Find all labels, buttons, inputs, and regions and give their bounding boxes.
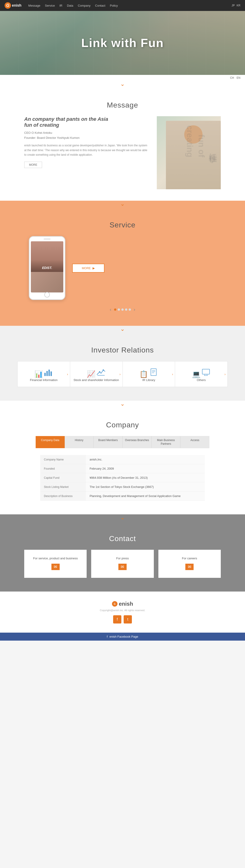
contact-business-label: For service, product and business: [28, 557, 83, 560]
navigation: G enish Message Service IR Data Company …: [0, 0, 245, 11]
carousel-dot-1[interactable]: [114, 308, 116, 311]
carousel-prev[interactable]: ‹: [110, 307, 111, 312]
nav-service[interactable]: Service: [45, 4, 55, 7]
message-text-block: An company that pants on the Asia fun of…: [24, 116, 150, 189]
carousel-next[interactable]: ›: [134, 307, 135, 312]
message-read-more[interactable]: MORE: [24, 162, 42, 168]
facebook-button[interactable]: f: [113, 615, 121, 623]
footer-copyright: Copyright@anish.inc. All rights reserved…: [5, 609, 240, 612]
facebook-page-bar[interactable]: f enish Facebook Page: [0, 632, 245, 641]
tab-overseas-branches[interactable]: Overseas Branches: [123, 436, 152, 448]
lang-jp[interactable]: JP: [232, 4, 235, 7]
ir-card-financial[interactable]: Financial Information ›: [17, 361, 70, 387]
ir-card-others-label: Others: [178, 378, 225, 382]
contact-business-email-icon: [51, 564, 60, 570]
capital-label: Capital Fund: [40, 473, 86, 483]
contact-card-business[interactable]: For service, product and business: [24, 550, 87, 578]
bars-icon: [34, 373, 53, 377]
message-body: enish launched its business as a social …: [24, 143, 150, 157]
table-row: Company Name anish,Inc.: [40, 455, 205, 464]
ir-card-library[interactable]: IR Library ›: [123, 361, 175, 387]
logo[interactable]: G enish: [5, 2, 22, 9]
company-tabs: Company Data History Board Members Overs…: [36, 436, 209, 448]
ir-section: ⌄ Investor Relations Financial Informati…: [0, 326, 245, 401]
contact-cards: For service, product and business For pr…: [20, 550, 225, 578]
tab-company-data[interactable]: Company Data: [36, 436, 65, 448]
company-info-table: Company Name anish,Inc. Founded February…: [40, 455, 205, 501]
nav-company[interactable]: Company: [78, 4, 90, 7]
svg-rect-0: [44, 373, 46, 376]
twitter-button[interactable]: t: [124, 615, 132, 623]
hero-banner: Link with Fun: [0, 11, 245, 75]
ir-card-others-arrow: ›: [224, 372, 225, 376]
table-row: Founded February 24, 2009: [40, 464, 205, 473]
service-title: Service: [0, 209, 245, 236]
tab-board-members[interactable]: Board Members: [93, 436, 123, 448]
contact-section: ⌄ Contact For service, product and busin…: [0, 514, 245, 592]
nav-ir[interactable]: IR: [59, 4, 62, 7]
service-section: ⌄ Service EDIST. MORE ▶ ‹: [0, 201, 245, 326]
tab-history[interactable]: History: [65, 436, 94, 448]
message-chevron: ⌄: [0, 81, 245, 87]
message-content: An company that pants on the Asia fun of…: [20, 116, 225, 189]
nav-lang: JP KR: [232, 4, 240, 7]
ir-card-others[interactable]: Others ›: [175, 361, 228, 387]
message-section: ⌄ Message An company that pants on the A…: [0, 81, 245, 201]
contact-press-label: For press: [95, 557, 150, 560]
ir-card-stock[interactable]: Stock and shareholder Information ›: [70, 361, 123, 387]
carousel-dot-4[interactable]: [125, 308, 127, 311]
svg-rect-1: [46, 371, 48, 376]
nav-policy[interactable]: Policy: [110, 4, 118, 7]
svg-rect-7: [151, 369, 156, 376]
contact-careers-email-icon: [185, 564, 194, 570]
tab-main-business-partners[interactable]: Main Business Partners: [152, 436, 181, 448]
ir-card-stock-label: Stock and shareholder Information: [73, 378, 120, 382]
company-chevron: ⌄: [0, 401, 245, 407]
ir-title: Investor Relations: [0, 335, 245, 361]
ir-card-library-arrow: ›: [172, 372, 173, 376]
contact-card-careers[interactable]: For careers: [158, 550, 221, 578]
company-name-value: anish,Inc.: [86, 455, 205, 464]
service-info: MORE ▶: [72, 264, 216, 273]
company-name-label: Company Name: [40, 455, 86, 464]
nav-contact[interactable]: Contact: [95, 4, 105, 7]
carousel-dot-3[interactable]: [121, 308, 124, 311]
contact-title: Contact: [0, 523, 245, 550]
contact-chevron: ⌄: [0, 514, 245, 521]
footer: G enish Copyright@anish.inc. All rights …: [0, 592, 245, 632]
contact-press-email-icon: [118, 564, 127, 570]
footer-logo-icon: G: [112, 601, 117, 607]
phone-home-button: [44, 292, 50, 298]
chart-icon: [87, 373, 105, 377]
nav-links: Message Service IR Data Company Contact …: [28, 4, 232, 7]
contact-card-press[interactable]: For press: [91, 550, 154, 578]
svg-rect-2: [49, 370, 50, 376]
carousel-dot-2[interactable]: [118, 308, 120, 311]
lang-sub-bar: CH EN: [0, 75, 245, 81]
lang-kr[interactable]: KR: [237, 4, 240, 7]
svg-rect-3: [51, 371, 52, 376]
table-row: Capital Fund ¥864.938 Million (As of Dec…: [40, 473, 205, 483]
ir-card-library-label: IR Library: [125, 378, 173, 382]
footer-social: f t: [5, 615, 240, 623]
message-title: Message: [0, 90, 245, 116]
ir-card-financial-label: Financial Information: [20, 378, 67, 382]
lang-ch[interactable]: CH: [230, 76, 234, 80]
svg-rect-4: [98, 375, 105, 376]
company-title: Company: [0, 409, 245, 436]
listing-label: Stock Listing Market: [40, 483, 86, 492]
ir-cards: Financial Information › Stock and shareh…: [13, 361, 232, 387]
service-more-button[interactable]: MORE ▶: [72, 264, 104, 273]
ir-card-stock-arrow: ›: [119, 372, 121, 376]
service-chevron: ⌄: [0, 201, 245, 207]
nav-data[interactable]: Data: [67, 4, 73, 7]
ir-chevron: ⌄: [0, 326, 245, 332]
svg-point-5: [99, 371, 100, 373]
table-row: Stock Listing Market The 1st Section of …: [40, 483, 205, 492]
carousel-navigation: ‹ ›: [0, 307, 245, 312]
contact-careers-label: For careers: [162, 557, 217, 560]
carousel-dot-5[interactable]: [129, 308, 131, 311]
nav-message[interactable]: Message: [28, 4, 40, 7]
tab-access[interactable]: Access: [180, 436, 209, 448]
lang-en[interactable]: EN: [237, 76, 240, 80]
